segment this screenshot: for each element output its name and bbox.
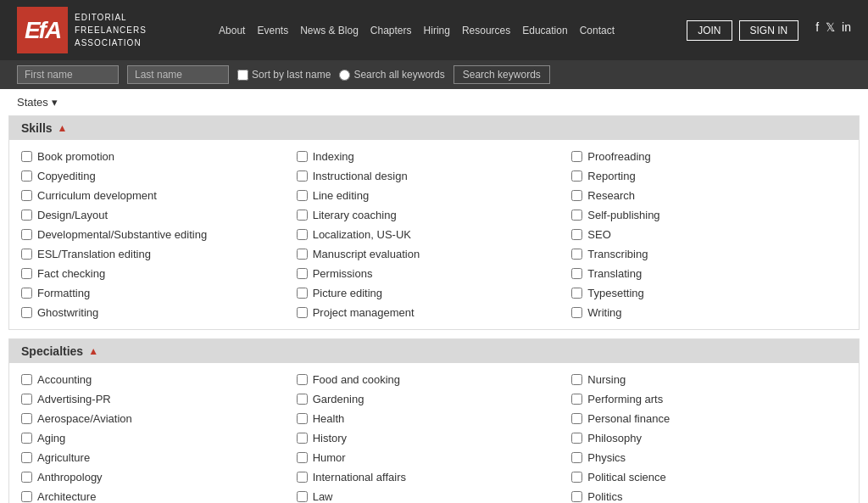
checkbox-accounting[interactable]: [21, 374, 32, 385]
search-row: Sort by last name Search all keywords Se…: [0, 60, 868, 89]
checkbox-aging[interactable]: [21, 433, 32, 444]
checkbox-philosophy[interactable]: [571, 433, 582, 444]
checkbox-seo[interactable]: [571, 229, 582, 240]
checkbox-indexing[interactable]: [297, 151, 308, 162]
checkbox-physics[interactable]: [571, 452, 582, 463]
specialties-toggle-icon: ▲: [88, 345, 98, 357]
linkedin-icon[interactable]: in: [842, 20, 851, 41]
list-item: Indexing: [297, 148, 572, 165]
checkbox-self-publishing[interactable]: [571, 210, 582, 221]
checkbox-gardening[interactable]: [297, 394, 308, 405]
checkbox-label: Agriculture: [37, 451, 90, 464]
checkbox-agriculture[interactable]: [21, 452, 32, 463]
checkbox-label: Manuscript evaluation: [313, 248, 420, 260]
specialties-header[interactable]: Specialties ▲: [9, 339, 859, 363]
checkbox-label: International affairs: [313, 471, 406, 483]
checkbox-label: Localization, US-UK: [313, 228, 411, 241]
list-item: Literary coaching: [297, 207, 572, 223]
list-item: Line editing: [297, 187, 572, 204]
list-item: Translating: [571, 265, 847, 282]
nav-resources[interactable]: Resources: [462, 25, 510, 36]
list-item: Self-publishing: [571, 207, 847, 223]
join-button[interactable]: JOIN: [687, 20, 732, 41]
checkbox-label: Architecture: [37, 490, 96, 503]
skills-header[interactable]: Skills ▲: [9, 116, 859, 140]
checkbox-transcribing[interactable]: [571, 249, 582, 260]
sort-checkbox[interactable]: [237, 70, 248, 81]
list-item: Typesetting: [571, 285, 847, 301]
search-keywords-button[interactable]: Search keywords: [453, 65, 550, 84]
nav-chapters[interactable]: Chapters: [370, 25, 412, 36]
checkbox-curriculum-development[interactable]: [21, 190, 32, 201]
nav-news-blog[interactable]: News & Blog: [300, 25, 359, 36]
checkbox-personal-finance[interactable]: [571, 413, 582, 424]
states-dropdown[interactable]: States ▾: [17, 96, 58, 109]
checkbox-history[interactable]: [297, 433, 308, 444]
nav-about[interactable]: About: [219, 25, 245, 36]
checkbox-label: Typesetting: [587, 287, 644, 299]
checkbox-nursing[interactable]: [571, 374, 582, 385]
checkbox-formatting[interactable]: [21, 288, 32, 299]
checkbox-typesetting[interactable]: [571, 288, 582, 299]
checkbox-developmental/substantive-editing[interactable]: [21, 229, 32, 240]
checkbox-reporting[interactable]: [571, 170, 582, 182]
checkbox-aerospace/aviation[interactable]: [21, 413, 32, 424]
checkbox-humor[interactable]: [297, 452, 308, 463]
checkbox-label: Permissions: [313, 267, 373, 280]
nav-events[interactable]: Events: [257, 25, 288, 36]
checkbox-instructional-design[interactable]: [297, 170, 308, 182]
social-icons: f 𝕏 in: [815, 20, 851, 41]
checkbox-permissions[interactable]: [297, 268, 308, 279]
list-item: Aging: [21, 430, 297, 446]
checkbox-picture-editing[interactable]: [297, 288, 308, 299]
checkbox-translating[interactable]: [571, 268, 582, 279]
specialties-section: Specialties ▲ AccountingFood and cooking…: [8, 338, 860, 503]
facebook-icon[interactable]: f: [815, 20, 819, 41]
checkbox-design/layout[interactable]: [21, 210, 32, 221]
nav-contact[interactable]: Contact: [580, 25, 615, 36]
checkbox-label: Law: [313, 490, 333, 503]
checkbox-political-science[interactable]: [571, 472, 582, 483]
checkbox-research[interactable]: [571, 190, 582, 201]
list-item: Research: [571, 187, 847, 204]
sort-label[interactable]: Sort by last name: [237, 69, 331, 81]
checkbox-health[interactable]: [297, 413, 308, 424]
checkbox-law[interactable]: [297, 491, 308, 502]
firstname-input[interactable]: [17, 65, 119, 84]
checkbox-performing-arts[interactable]: [571, 394, 582, 405]
search-all-radio[interactable]: [339, 70, 350, 81]
checkbox-manuscript-evaluation[interactable]: [297, 249, 308, 260]
checkbox-esl/translation-editing[interactable]: [21, 249, 32, 260]
checkbox-politics[interactable]: [571, 491, 582, 502]
checkbox-label: Aerospace/Aviation: [37, 412, 132, 425]
checkbox-architecture[interactable]: [21, 491, 32, 502]
list-item: Developmental/Substantive editing: [21, 226, 297, 243]
checkbox-label: Picture editing: [313, 287, 382, 299]
sign-in-button[interactable]: SIGN IN: [739, 20, 799, 41]
checkbox-anthropology[interactable]: [21, 472, 32, 483]
nav-education[interactable]: Education: [522, 25, 567, 36]
checkbox-fact-checking[interactable]: [21, 268, 32, 279]
checkbox-international-affairs[interactable]: [297, 472, 308, 483]
checkbox-line-editing[interactable]: [297, 190, 308, 201]
twitter-icon[interactable]: 𝕏: [826, 20, 835, 41]
checkbox-food-and-cooking[interactable]: [297, 374, 308, 385]
checkbox-book-promotion[interactable]: [21, 151, 32, 162]
checkbox-label: Curriculum development: [37, 189, 157, 202]
checkbox-literary-coaching[interactable]: [297, 210, 308, 221]
checkbox-copyediting[interactable]: [21, 170, 32, 182]
list-item: Ghostwriting: [21, 305, 297, 321]
nav-hiring[interactable]: Hiring: [424, 25, 450, 36]
list-item: Agriculture: [21, 450, 297, 466]
checkbox-localization,-us-uk[interactable]: [297, 229, 308, 240]
checkbox-writing[interactable]: [571, 307, 582, 318]
checkbox-ghostwriting[interactable]: [21, 307, 32, 318]
checkbox-label: Developmental/Substantive editing: [37, 228, 207, 241]
header: EfA EDITORIAL FREELANCERS ASSOCIATION Ab…: [0, 0, 868, 60]
lastname-input[interactable]: [127, 65, 229, 84]
checkbox-label: Political science: [587, 471, 666, 483]
checkbox-proofreading[interactable]: [571, 151, 582, 162]
list-item: Book promotion: [21, 148, 297, 165]
checkbox-project-management[interactable]: [297, 307, 308, 318]
checkbox-advertising-pr[interactable]: [21, 394, 32, 405]
